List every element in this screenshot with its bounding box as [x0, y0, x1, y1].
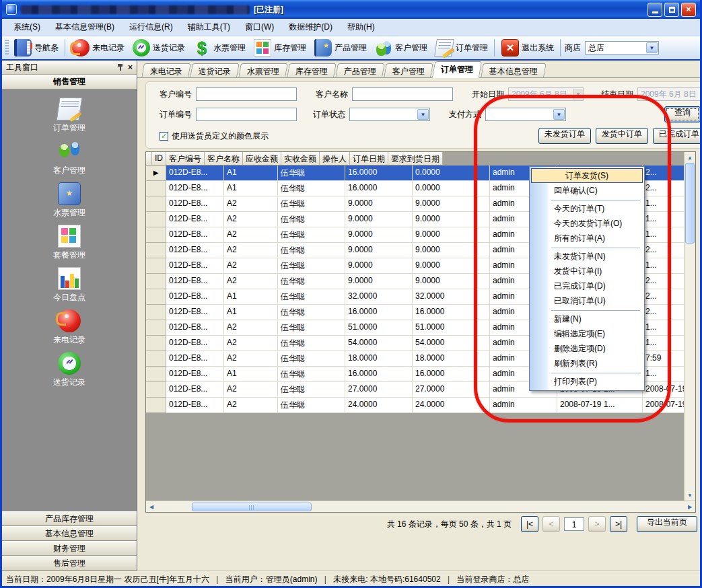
horizontal-scrollbar[interactable]: ◀ ▶	[146, 501, 695, 512]
grid-column-header[interactable]: 实收金额	[281, 152, 320, 166]
grid-column-header[interactable]: 操作人	[320, 152, 350, 166]
chevron-down-icon[interactable]: ▼	[417, 109, 429, 120]
export-current-page-button[interactable]: 导出当前页	[637, 516, 697, 532]
sidebar-section-item[interactable]: 售后管理	[2, 556, 137, 571]
context-menu-item[interactable]: 打印列表(P)	[531, 374, 643, 389]
toolbar-button[interactable]: 送货记录	[129, 38, 189, 58]
maximize-button[interactable]	[664, 3, 679, 17]
shop-combobox[interactable]: 总店 ▼	[585, 41, 659, 54]
toolbar-button[interactable]: 产品管理	[310, 38, 371, 58]
scroll-down-icon[interactable]: ▼	[685, 490, 695, 501]
toolbar-button[interactable]: 订单管理	[431, 38, 492, 58]
menu-bar-item[interactable]: 窗口(W)	[238, 19, 281, 36]
sidebar-section-item[interactable]: 财务管理	[2, 541, 137, 556]
sidebar-section-item[interactable]: 产品库存管理	[2, 511, 137, 526]
sidebar-section-item[interactable]: 基本信息管理	[2, 526, 137, 541]
end-date-picker[interactable]: 2009年 6月 8日 ▼	[637, 87, 702, 101]
sidebar-item[interactable]: 客户管理	[2, 140, 137, 182]
toolbar-button[interactable]	[560, 39, 561, 57]
context-menu-item[interactable]: 删除选定项(D)	[531, 341, 643, 356]
table-row[interactable]: 012D-E8... A2 伍华聪 24.0000 24.0000 admin …	[146, 398, 696, 413]
menu-bar-item[interactable]: 运行信息(R)	[122, 19, 180, 36]
sidebar-item[interactable]: 来电记录	[2, 309, 137, 352]
next-page-button[interactable]: >	[588, 516, 606, 532]
order-status-select[interactable]: ▼	[349, 108, 430, 121]
context-menu-item[interactable]: 编辑选定项(E)	[531, 326, 643, 341]
vertical-scrollbar-thumb[interactable]	[685, 163, 695, 244]
page-number-input[interactable]: 1	[564, 517, 584, 531]
tab[interactable]: 基本信息管理	[481, 63, 547, 77]
toolbar-button[interactable]: 客户管理	[371, 38, 431, 58]
grid-column-header[interactable]	[146, 152, 152, 166]
context-menu-item[interactable]: 新建(N)	[531, 311, 643, 326]
vertical-scrollbar[interactable]: ▲ ▼	[684, 152, 695, 501]
toolbar-button[interactable]: 退出系统	[497, 38, 558, 58]
grid-column-header[interactable]: 应收金额	[243, 152, 281, 166]
horizontal-scrollbar-thumb[interactable]	[192, 503, 312, 511]
status-filter-button[interactable]: 发货中订单	[596, 128, 648, 144]
grid-column-header[interactable]: 要求到货日期	[388, 152, 443, 166]
shop-selector: 商店 总店 ▼	[565, 41, 659, 54]
context-menu-item[interactable]: 回单确认(C)	[531, 183, 643, 198]
sidebar-item[interactable]: 套餐管理	[2, 225, 137, 267]
sidebar-item[interactable]: 送货记录	[2, 352, 137, 394]
context-menu-item[interactable]: 订单发货(S)	[531, 168, 643, 183]
toolbar-button[interactable]: 库存管理	[250, 38, 310, 58]
tab[interactable]: 产品管理	[335, 63, 385, 77]
grid-column-header[interactable]: 订单日期	[350, 152, 388, 166]
chevron-down-icon[interactable]: ▼	[646, 42, 658, 53]
color-display-checkbox[interactable]: ✓	[160, 132, 168, 141]
toolbar-button[interactable]	[494, 39, 495, 57]
sidebar-section-sales[interactable]: 销售管理	[2, 75, 137, 89]
order-code-input[interactable]	[196, 108, 297, 121]
start-date-picker[interactable]: 2009年 6月 8日 ▼	[508, 87, 584, 101]
menu-bar-item[interactable]: 辅助工具(T)	[180, 19, 238, 36]
scroll-up-icon[interactable]: ▲	[685, 152, 695, 163]
sidebar-item[interactable]: 订单管理	[2, 98, 137, 140]
last-page-button[interactable]: >|	[610, 516, 627, 532]
pay-method-select[interactable]: ▼	[485, 108, 566, 121]
close-button[interactable]: ×	[681, 3, 696, 17]
menu-bar-item[interactable]: 数据维护(D)	[281, 19, 340, 36]
sidebar-item[interactable]: 水票管理	[2, 182, 137, 225]
prev-page-button[interactable]: <	[542, 516, 560, 532]
menu-bar-item[interactable]: 系统(S)	[6, 19, 48, 36]
scroll-right-icon[interactable]: ▶	[685, 504, 695, 510]
sidebar-item[interactable]: 今日盘点	[2, 267, 137, 309]
tab[interactable]: 来电记录	[141, 63, 191, 77]
context-menu-item[interactable]: 已取消订单(U)	[531, 293, 643, 308]
chevron-down-icon[interactable]: ▼	[553, 109, 565, 120]
grid-column-header[interactable]: 客户名称	[205, 152, 243, 166]
context-menu-item[interactable]: 未发货订单(N)	[531, 249, 643, 264]
toolbar-button[interactable]: 来电记录	[68, 38, 129, 58]
query-button[interactable]: 查询	[664, 106, 701, 122]
menu-bar-item[interactable]: 帮助(H)	[340, 19, 382, 36]
pin-icon[interactable]	[116, 63, 124, 71]
sidebar-close-icon[interactable]: ×	[128, 63, 133, 71]
toolbar-button[interactable]: 水票管理	[189, 38, 250, 58]
context-menu-item[interactable]: 今天的发货订单(O)	[531, 216, 643, 231]
menu-bar-item[interactable]: 基本信息管理(B)	[48, 19, 122, 36]
chevron-down-icon[interactable]: ▼	[573, 89, 583, 100]
context-menu-item[interactable]: 已完成订单(D)	[531, 279, 643, 293]
customer-code-input[interactable]	[196, 87, 297, 101]
status-filter-button[interactable]: 已完成订单	[653, 128, 702, 144]
context-menu-item[interactable]: 今天的订单(T)	[531, 201, 643, 216]
grid-column-header[interactable]: 客户编号	[166, 152, 205, 166]
tab[interactable]: 送货记录	[190, 63, 240, 77]
toolbar-button[interactable]: 导航条	[10, 38, 63, 58]
customer-name-input[interactable]	[352, 87, 453, 101]
toolbar-button[interactable]	[65, 39, 66, 57]
context-menu-item[interactable]: 所有的订单(A)	[531, 231, 643, 246]
context-menu-item[interactable]: 刷新列表(R)	[531, 356, 643, 371]
first-page-button[interactable]: |<	[521, 516, 538, 532]
minimize-button[interactable]	[647, 3, 662, 17]
scroll-left-icon[interactable]: ◀	[146, 504, 157, 510]
grid-column-header[interactable]: ID	[152, 152, 166, 166]
tab[interactable]: 订单管理	[432, 61, 482, 78]
context-menu-item[interactable]: 发货中订单(I)	[531, 264, 643, 279]
tab[interactable]: 库存管理	[287, 63, 337, 77]
tab[interactable]: 水票管理	[238, 63, 288, 77]
tab[interactable]: 客户管理	[384, 63, 433, 77]
status-filter-button[interactable]: 未发货订单	[538, 128, 591, 144]
